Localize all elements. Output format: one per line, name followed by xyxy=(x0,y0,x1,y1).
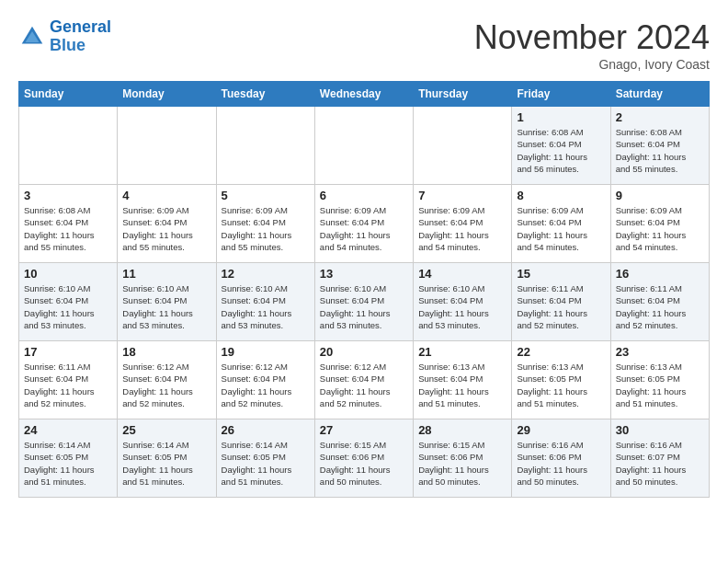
day-info: Sunrise: 6:13 AM Sunset: 6:05 PM Dayligh… xyxy=(517,361,605,409)
weekday-header: Friday xyxy=(512,82,610,107)
day-info: Sunrise: 6:09 AM Sunset: 6:04 PM Dayligh… xyxy=(517,204,605,253)
calendar-cell: 18Sunrise: 6:12 AM Sunset: 6:04 PM Dayli… xyxy=(118,341,216,419)
logo-blue: Blue xyxy=(50,36,85,54)
calendar-week-row: 3Sunrise: 6:08 AM Sunset: 6:04 PM Daylig… xyxy=(19,185,710,263)
day-info: Sunrise: 6:14 AM Sunset: 6:05 PM Dayligh… xyxy=(122,439,210,488)
calendar-cell: 10Sunrise: 6:10 AM Sunset: 6:04 PM Dayli… xyxy=(19,263,118,341)
calendar-cell: 4Sunrise: 6:09 AM Sunset: 6:04 PM Daylig… xyxy=(118,185,216,263)
day-number: 23 xyxy=(616,345,704,359)
weekday-header: Wednesday xyxy=(314,82,413,107)
day-number: 6 xyxy=(320,189,408,202)
day-info: Sunrise: 6:16 AM Sunset: 6:06 PM Dayligh… xyxy=(517,439,605,488)
calendar-week-row: 24Sunrise: 6:14 AM Sunset: 6:05 PM Dayli… xyxy=(19,419,710,498)
day-number: 26 xyxy=(222,423,310,437)
day-info: Sunrise: 6:13 AM Sunset: 6:05 PM Dayligh… xyxy=(616,361,704,409)
day-number: 13 xyxy=(320,267,408,281)
calendar-cell: 30Sunrise: 6:16 AM Sunset: 6:07 PM Dayli… xyxy=(610,419,709,498)
calendar-cell xyxy=(118,107,216,185)
calendar-week-row: 1Sunrise: 6:08 AM Sunset: 6:04 PM Daylig… xyxy=(19,107,710,185)
calendar-cell: 20Sunrise: 6:12 AM Sunset: 6:04 PM Dayli… xyxy=(314,341,413,419)
calendar-cell: 13Sunrise: 6:10 AM Sunset: 6:04 PM Dayli… xyxy=(314,263,413,341)
calendar-cell: 15Sunrise: 6:11 AM Sunset: 6:04 PM Dayli… xyxy=(512,263,610,341)
day-info: Sunrise: 6:10 AM Sunset: 6:04 PM Dayligh… xyxy=(222,282,310,331)
day-number: 9 xyxy=(616,189,704,202)
day-info: Sunrise: 6:08 AM Sunset: 6:04 PM Dayligh… xyxy=(616,126,704,175)
day-number: 22 xyxy=(517,345,605,359)
calendar-cell xyxy=(314,107,413,185)
day-number: 7 xyxy=(418,189,506,202)
day-info: Sunrise: 6:15 AM Sunset: 6:06 PM Dayligh… xyxy=(320,439,408,488)
calendar-cell xyxy=(216,107,314,185)
logo-text: General Blue xyxy=(50,18,111,55)
calendar-cell: 6Sunrise: 6:09 AM Sunset: 6:04 PM Daylig… xyxy=(314,185,413,263)
day-info: Sunrise: 6:09 AM Sunset: 6:04 PM Dayligh… xyxy=(122,204,210,253)
calendar-header-row: SundayMondayTuesdayWednesdayThursdayFrid… xyxy=(19,82,710,107)
day-info: Sunrise: 6:10 AM Sunset: 6:04 PM Dayligh… xyxy=(122,282,210,331)
calendar-cell: 27Sunrise: 6:15 AM Sunset: 6:06 PM Dayli… xyxy=(314,419,413,498)
day-info: Sunrise: 6:12 AM Sunset: 6:04 PM Dayligh… xyxy=(122,361,210,409)
day-info: Sunrise: 6:15 AM Sunset: 6:06 PM Dayligh… xyxy=(418,439,506,488)
day-info: Sunrise: 6:12 AM Sunset: 6:04 PM Dayligh… xyxy=(320,361,408,409)
calendar-cell: 21Sunrise: 6:13 AM Sunset: 6:04 PM Dayli… xyxy=(414,341,512,419)
day-info: Sunrise: 6:12 AM Sunset: 6:04 PM Dayligh… xyxy=(222,361,310,409)
calendar-cell: 14Sunrise: 6:10 AM Sunset: 6:04 PM Dayli… xyxy=(414,263,512,341)
day-number: 30 xyxy=(616,423,704,437)
calendar-cell: 26Sunrise: 6:14 AM Sunset: 6:05 PM Dayli… xyxy=(216,419,314,498)
calendar-cell: 11Sunrise: 6:10 AM Sunset: 6:04 PM Dayli… xyxy=(118,263,216,341)
day-number: 19 xyxy=(222,345,310,359)
day-number: 29 xyxy=(517,423,605,437)
day-number: 11 xyxy=(122,267,210,281)
calendar-cell xyxy=(19,107,118,185)
day-number: 15 xyxy=(517,267,605,281)
calendar-cell: 17Sunrise: 6:11 AM Sunset: 6:04 PM Dayli… xyxy=(19,341,118,419)
weekday-header: Tuesday xyxy=(216,82,314,107)
calendar-table: SundayMondayTuesdayWednesdayThursdayFrid… xyxy=(18,81,710,498)
day-number: 4 xyxy=(122,189,210,202)
day-info: Sunrise: 6:10 AM Sunset: 6:04 PM Dayligh… xyxy=(24,282,112,331)
calendar-cell: 23Sunrise: 6:13 AM Sunset: 6:05 PM Dayli… xyxy=(610,341,709,419)
day-info: Sunrise: 6:11 AM Sunset: 6:04 PM Dayligh… xyxy=(24,361,112,409)
calendar-cell: 16Sunrise: 6:11 AM Sunset: 6:04 PM Dayli… xyxy=(610,263,709,341)
calendar-cell: 8Sunrise: 6:09 AM Sunset: 6:04 PM Daylig… xyxy=(512,185,610,263)
day-number: 21 xyxy=(418,345,506,359)
day-number: 5 xyxy=(222,189,310,202)
day-number: 27 xyxy=(320,423,408,437)
calendar-cell: 3Sunrise: 6:08 AM Sunset: 6:04 PM Daylig… xyxy=(19,185,118,263)
day-info: Sunrise: 6:13 AM Sunset: 6:04 PM Dayligh… xyxy=(418,361,506,409)
weekday-header: Thursday xyxy=(414,82,512,107)
day-number: 3 xyxy=(24,189,112,202)
weekday-header: Sunday xyxy=(19,82,118,107)
calendar-cell: 29Sunrise: 6:16 AM Sunset: 6:06 PM Dayli… xyxy=(512,419,610,498)
month-title: November 2024 xyxy=(474,18,710,57)
weekday-header: Saturday xyxy=(610,82,709,107)
day-info: Sunrise: 6:10 AM Sunset: 6:04 PM Dayligh… xyxy=(418,282,506,331)
day-info: Sunrise: 6:09 AM Sunset: 6:04 PM Dayligh… xyxy=(616,204,704,253)
day-number: 16 xyxy=(616,267,704,281)
day-number: 18 xyxy=(122,345,210,359)
calendar-cell: 25Sunrise: 6:14 AM Sunset: 6:05 PM Dayli… xyxy=(118,419,216,498)
logo-icon xyxy=(18,23,46,51)
day-info: Sunrise: 6:08 AM Sunset: 6:04 PM Dayligh… xyxy=(517,126,605,175)
day-info: Sunrise: 6:14 AM Sunset: 6:05 PM Dayligh… xyxy=(24,439,112,488)
day-info: Sunrise: 6:08 AM Sunset: 6:04 PM Dayligh… xyxy=(24,204,112,253)
day-number: 10 xyxy=(24,267,112,281)
day-info: Sunrise: 6:10 AM Sunset: 6:04 PM Dayligh… xyxy=(320,282,408,331)
calendar-cell: 24Sunrise: 6:14 AM Sunset: 6:05 PM Dayli… xyxy=(19,419,118,498)
day-info: Sunrise: 6:09 AM Sunset: 6:04 PM Dayligh… xyxy=(418,204,506,253)
location: Gnago, Ivory Coast xyxy=(474,57,710,72)
day-info: Sunrise: 6:11 AM Sunset: 6:04 PM Dayligh… xyxy=(616,282,704,331)
day-number: 20 xyxy=(320,345,408,359)
day-number: 28 xyxy=(418,423,506,437)
calendar-cell: 12Sunrise: 6:10 AM Sunset: 6:04 PM Dayli… xyxy=(216,263,314,341)
day-number: 14 xyxy=(418,267,506,281)
page-header: General Blue November 2024 Gnago, Ivory … xyxy=(18,18,710,72)
calendar-week-row: 17Sunrise: 6:11 AM Sunset: 6:04 PM Dayli… xyxy=(19,341,710,419)
calendar-cell: 5Sunrise: 6:09 AM Sunset: 6:04 PM Daylig… xyxy=(216,185,314,263)
calendar-cell: 9Sunrise: 6:09 AM Sunset: 6:04 PM Daylig… xyxy=(610,185,709,263)
weekday-header: Monday xyxy=(118,82,216,107)
logo: General Blue xyxy=(18,18,111,55)
day-number: 1 xyxy=(517,110,605,124)
calendar-cell: 1Sunrise: 6:08 AM Sunset: 6:04 PM Daylig… xyxy=(512,107,610,185)
day-info: Sunrise: 6:09 AM Sunset: 6:04 PM Dayligh… xyxy=(222,204,310,253)
title-block: November 2024 Gnago, Ivory Coast xyxy=(474,18,710,72)
